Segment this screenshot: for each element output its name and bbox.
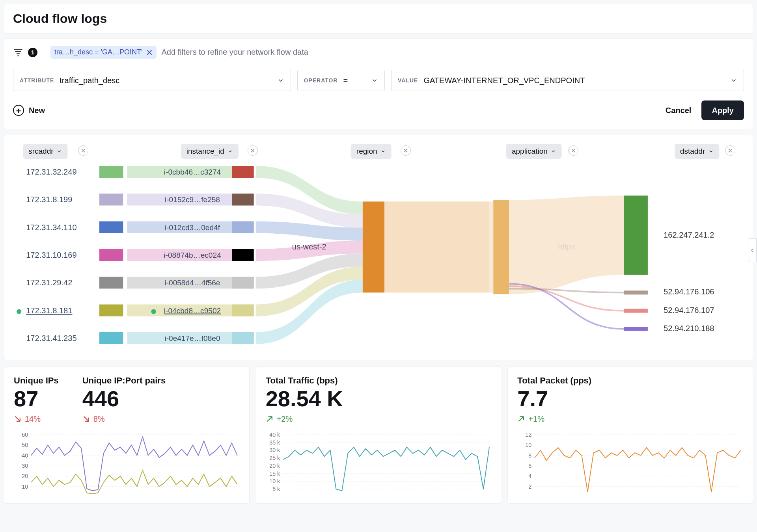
filter-chip[interactable]: tra…h_desc = 'GA…POINT' [50, 46, 157, 59]
svg-text:52.94.176.107: 52.94.176.107 [664, 306, 714, 314]
arrow-up-right-icon [517, 415, 525, 423]
svg-rect-7 [624, 290, 648, 294]
stat-title: Total Traffic (bps) [266, 376, 492, 386]
value-select[interactable]: VALUE GATEWAY-INTERNET_OR_VPC_ENDPOINT [391, 70, 744, 91]
dimension-remove-application[interactable] [568, 145, 578, 156]
operator-select[interactable]: OPERATOR = [297, 70, 385, 91]
stat-value: 446 [82, 387, 166, 411]
active-filter-count: 1 [28, 48, 37, 57]
svg-text:i-012cd3…0ed4f: i-012cd3…0ed4f [165, 223, 220, 232]
svg-text:15 k: 15 k [269, 470, 280, 476]
dimension-pill-srcaddr[interactable]: srcaddr [23, 144, 67, 159]
svg-point-43 [151, 309, 156, 314]
stat-card-ips: Unique IPs 87 14% Unique IP:Port pairs 4… [4, 366, 250, 504]
svg-rect-14 [99, 166, 123, 178]
stat-delta: +1% [517, 415, 743, 424]
svg-text:172.31.41.235: 172.31.41.235 [26, 334, 76, 342]
dimension-remove-dstaddr[interactable] [725, 145, 735, 156]
svg-rect-34 [99, 277, 123, 288]
dimension-pill-application[interactable]: application [506, 144, 562, 159]
svg-text:i-04cbd8…c9502: i-04cbd8…c9502 [164, 307, 221, 315]
svg-text:172.31.32.249: 172.31.32.249 [26, 167, 76, 176]
chevron-down-icon [380, 149, 386, 154]
svg-text:172.31.29.42: 172.31.29.42 [26, 278, 72, 287]
svg-rect-29 [99, 249, 123, 261]
svg-rect-16 [232, 166, 254, 178]
dimension-pill-instance_id[interactable]: instance_id [181, 144, 239, 159]
svg-rect-9 [624, 309, 648, 313]
svg-text:8: 8 [529, 452, 532, 458]
svg-rect-31 [232, 249, 254, 261]
svg-text:20: 20 [22, 473, 28, 479]
dimension-remove-region[interactable] [401, 145, 411, 156]
svg-rect-3 [493, 200, 509, 294]
svg-rect-11 [624, 327, 648, 331]
svg-text:10 k: 10 k [269, 478, 280, 484]
svg-text:172.31.8.181: 172.31.8.181 [26, 306, 72, 315]
stat-value: 87 [14, 387, 59, 411]
filter-icon[interactable] [13, 47, 23, 58]
svg-text:172.31.34.110: 172.31.34.110 [26, 223, 76, 232]
svg-text:4: 4 [529, 473, 532, 479]
svg-text:20 k: 20 k [269, 463, 280, 469]
chevron-down-icon [551, 149, 556, 154]
dimension-remove-instance_id[interactable] [248, 145, 258, 156]
stat-card-packet: Total Packet (pps) 7.7 +1% 24681012 [507, 366, 753, 504]
svg-rect-46 [99, 332, 123, 344]
page-title: Cloud flow logs [13, 11, 744, 26]
chevron-down-icon [371, 77, 378, 84]
svg-text:162.247.241.2: 162.247.241.2 [664, 231, 714, 239]
close-icon[interactable] [146, 49, 153, 56]
stat-value: 28.54 K [266, 387, 492, 411]
svg-text:172.31.8.199: 172.31.8.199 [26, 195, 72, 204]
chevron-down-icon [227, 149, 233, 154]
svg-text:12: 12 [526, 432, 532, 438]
chevron-down-icon [730, 77, 737, 84]
svg-text:60: 60 [22, 432, 28, 438]
plus-icon: ＋ [13, 105, 24, 116]
svg-text:i-0058d4…4f56e: i-0058d4…4f56e [164, 279, 220, 287]
attribute-select[interactable]: ATTRIBUTE traffic_path_desc [13, 70, 291, 91]
svg-text:40 k: 40 k [269, 432, 280, 438]
svg-text:30: 30 [22, 463, 28, 469]
svg-text:i-0152c9…fe258: i-0152c9…fe258 [165, 195, 220, 204]
svg-rect-50 [489, 201, 493, 292]
svg-text:10: 10 [526, 442, 532, 448]
stat-card-traffic: Total Traffic (bps) 28.54 K +2% 5 k10 k1… [256, 366, 502, 504]
cancel-button[interactable]: Cancel [655, 100, 702, 120]
svg-text:52.94.210.188: 52.94.210.188 [664, 324, 714, 333]
chevron-down-icon [277, 77, 284, 84]
dimension-pill-region[interactable]: region [351, 144, 392, 159]
svg-rect-19 [99, 193, 123, 205]
stat-delta: +2% [266, 415, 492, 424]
svg-text:i-08874b…ec024: i-08874b…ec024 [164, 251, 221, 259]
svg-rect-24 [99, 221, 123, 233]
dimension-remove-srcaddr[interactable] [78, 145, 88, 156]
svg-text:i-0e417e…f08e0: i-0e417e…f08e0 [164, 334, 220, 342]
dimension-pill-dstaddr[interactable]: dstaddr [675, 144, 719, 159]
svg-rect-0 [363, 201, 384, 292]
arrow-down-right-icon [14, 415, 22, 423]
stat-delta: 8% [82, 415, 166, 424]
svg-text:5 k: 5 k [272, 486, 280, 492]
svg-rect-42 [232, 305, 254, 316]
svg-text:30 k: 30 k [269, 447, 280, 453]
svg-text:i-0cbb46…c3274: i-0cbb46…c3274 [164, 168, 221, 176]
svg-rect-48 [232, 332, 254, 344]
svg-text:25 k: 25 k [269, 455, 280, 461]
stat-title: Unique IPs [14, 376, 59, 386]
collapse-panel-handle[interactable] [748, 238, 757, 262]
apply-button[interactable]: Apply [701, 100, 744, 120]
svg-rect-26 [232, 221, 254, 233]
svg-rect-21 [232, 193, 254, 205]
new-filter-button[interactable]: ＋ New [13, 105, 45, 116]
stat-delta: 14% [14, 415, 59, 424]
svg-point-38 [17, 309, 21, 314]
stat-value: 7.7 [517, 387, 743, 411]
svg-text:2: 2 [529, 483, 532, 489]
svg-rect-40 [99, 305, 123, 316]
svg-text:10: 10 [22, 483, 28, 489]
svg-text:6: 6 [529, 463, 532, 469]
chevron-down-icon [708, 149, 714, 154]
arrow-up-right-icon [266, 415, 274, 423]
